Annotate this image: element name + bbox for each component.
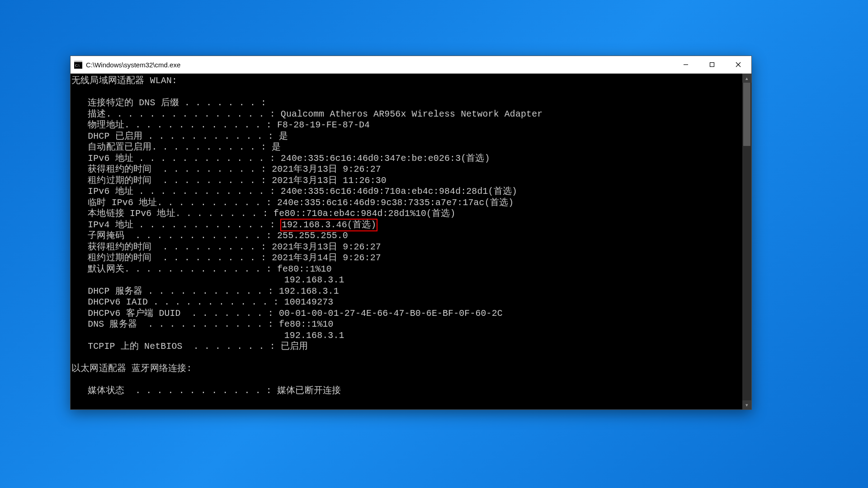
client-area: 无线局域网适配器 WLAN: 连接特定的 DNS 后缀 . . . . . . … (71, 74, 751, 409)
scroll-thumb[interactable] (743, 83, 750, 146)
wlan-properties-b: 子网掩码 . . . . . . . . . . . . : 255.255.2… (71, 231, 503, 352)
scroll-track[interactable] (742, 83, 751, 400)
cmd-window: C:\ C:\Windows\system32\cmd.exe 无线局域网适配器… (70, 56, 752, 410)
desktop-background: C:\ C:\Windows\system32\cmd.exe 无线局域网适配器… (0, 0, 868, 488)
window-title: C:\Windows\system32\cmd.exe (86, 61, 180, 69)
adapter-bluetooth-header: 以太网适配器 蓝牙网络连接: (71, 364, 192, 374)
ipv4-address-highlight: 192.168.3.46(首选) (280, 219, 377, 232)
minimize-button[interactable] (673, 56, 699, 73)
close-button[interactable] (725, 56, 751, 73)
svg-text:C:\: C:\ (75, 64, 80, 68)
window-titlebar[interactable]: C:\ C:\Windows\system32\cmd.exe (71, 56, 751, 74)
adapter-wlan-header: 无线局域网适配器 WLAN: (71, 76, 177, 86)
bluetooth-properties: 媒体状态 . . . . . . . . . . . . : 媒体已断开连接 (71, 386, 341, 396)
window-controls (673, 56, 751, 73)
cmd-icon: C:\ (74, 61, 82, 69)
scroll-up-arrow[interactable]: ▴ (742, 74, 751, 83)
vertical-scrollbar[interactable]: ▴ ▾ (742, 74, 751, 409)
wlan-properties-a: 连接特定的 DNS 后缀 . . . . . . . : 描述. . . . .… (71, 98, 542, 219)
maximize-button[interactable] (699, 56, 725, 73)
ipv4-label: IPv4 地址 . . . . . . . . . . . . : (71, 220, 281, 230)
titlebar-left: C:\ C:\Windows\system32\cmd.exe (74, 61, 180, 69)
scroll-down-arrow[interactable]: ▾ (742, 400, 751, 409)
svg-rect-1 (74, 61, 82, 62)
console-output[interactable]: 无线局域网适配器 WLAN: 连接特定的 DNS 后缀 . . . . . . … (71, 74, 742, 409)
svg-rect-4 (710, 63, 714, 67)
